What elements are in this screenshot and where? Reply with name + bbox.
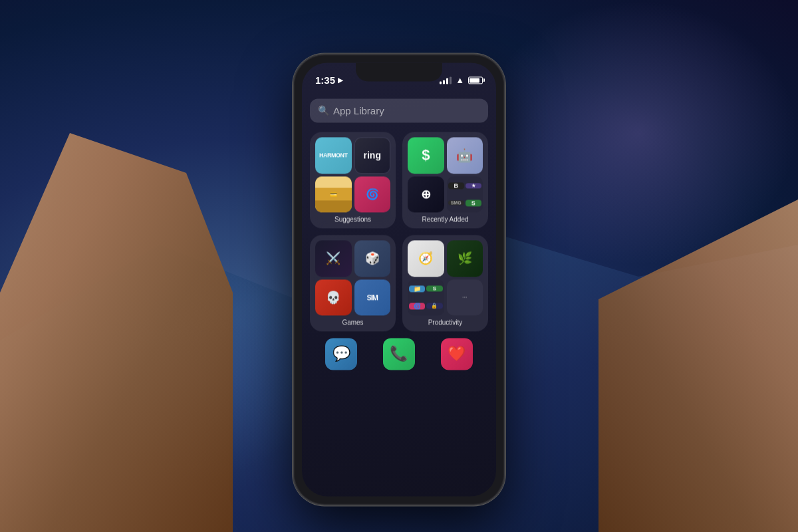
suggestions-label: Suggestions [315,215,390,223]
status-icons: ▲ [440,75,483,85]
battery-icon [468,76,483,84]
bottom-app-1[interactable]: 💬 [325,338,357,370]
signal-bars [440,76,452,84]
volume-down-button[interactable] [293,198,294,231]
app-ring[interactable]: ring [354,137,391,174]
signal-bar-4 [450,76,452,84]
app-cash-large[interactable]: $ [408,137,444,174]
productivity-label: Productivity [408,319,483,326]
mini-app-sms: SMG [448,201,464,205]
mini-app-s: S [466,200,481,206]
search-placeholder: App Library [333,105,384,116]
bottom-app-3[interactable]: ❤️ [441,338,473,370]
battery-fill [469,78,479,82]
screen-content: 🔍 App Library HARMONT ring [302,92,496,496]
folders-grid: HARMONT ring 💳 [310,132,488,331]
phone-body: 1:35 ▶ ▲ [293,53,505,505]
app-placeholder[interactable]: ··· [447,279,483,316]
app-loupe[interactable]: ⊕ [408,176,444,213]
time-display: 1:35 [315,74,335,86]
folder-games[interactable]: ⚔️ 🎲 💀 SIM Games [310,235,396,331]
signal-bar-2 [443,80,445,84]
app-multi[interactable]: B ★ SMG S [447,176,483,213]
power-button[interactable] [504,148,505,188]
app-files-multi[interactable]: 📁 S 🌀 🔒 [408,279,444,316]
signal-bar-1 [440,81,442,84]
bottom-apps-row: 💬 📞 ❤️ [310,338,488,370]
phone: 1:35 ▶ ▲ [293,53,505,505]
games-label: Games [315,319,390,326]
mini-app-b: B [448,182,464,189]
recently-added-app-grid: $ 🤖 ⊕ B ★ SMG S [408,137,483,212]
games-app-grid: ⚔️ 🎲 💀 SIM [315,240,390,315]
app-bot-large[interactable]: 🤖 [447,137,483,174]
notch [356,63,442,81]
location-icon: ▶ [338,76,343,84]
app-dice[interactable]: 🎲 [354,240,391,277]
app-harmony[interactable]: HARMONT [315,137,352,174]
bottom-app-2[interactable]: 📞 [383,338,415,370]
phone-screen: 1:35 ▶ ▲ [302,63,496,496]
search-icon: 🔍 [318,105,329,116]
recently-added-label: Recently Added [408,215,483,223]
status-time: 1:35 ▶ [315,74,343,86]
app-robinhood[interactable]: 🌿 [447,240,483,277]
mini-secure: 🔒 [426,303,442,309]
app-safari[interactable]: 🧭 [408,240,444,277]
search-bar[interactable]: 🔍 App Library [310,98,488,122]
folder-recently-added[interactable]: $ 🤖 ⊕ B ★ SMG S [402,132,488,228]
volume-up-button[interactable] [293,158,294,191]
app-nova[interactable]: 🌀 [354,176,391,213]
app-skull[interactable]: 💀 [315,279,352,316]
app-wallet[interactable]: 💳 [315,176,352,213]
mini-s2: S [426,286,442,292]
app-sim[interactable]: SIM [354,279,391,316]
signal-bar-3 [446,78,448,84]
folder-productivity[interactable]: 🧭 🌿 📁 S 🌀 🔒 ··· Pr [402,235,488,331]
productivity-app-grid: 🧭 🌿 📁 S 🌀 🔒 ··· [408,240,483,315]
folder-suggestions[interactable]: HARMONT ring 💳 [310,132,396,228]
mute-button[interactable] [293,128,294,148]
mini-nova2: 🌀 [409,303,425,309]
mini-files: 📁 [409,285,425,292]
wifi-icon: ▲ [456,75,464,85]
app-final-fantasy[interactable]: ⚔️ [315,240,352,277]
suggestions-app-grid: HARMONT ring 💳 [315,137,390,212]
mini-app-stars: ★ [466,183,481,188]
